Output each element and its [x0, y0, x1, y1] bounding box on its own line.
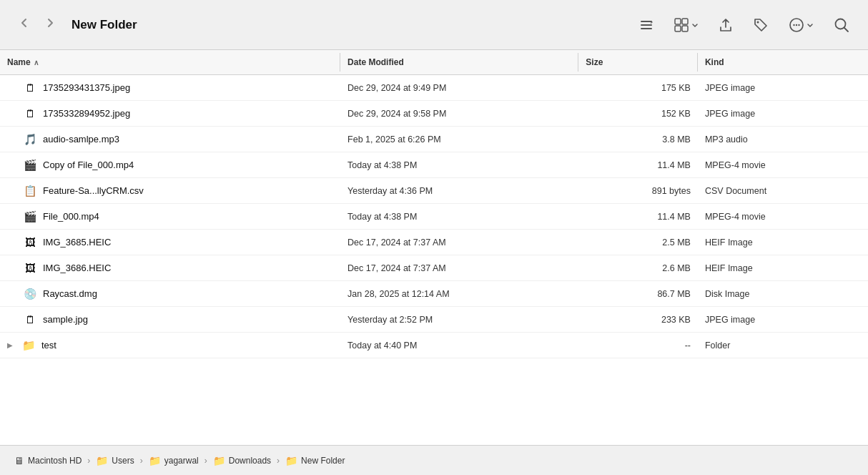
finder-body: Name ∧ Date Modified Size Kind 🗒17352934…: [0, 50, 868, 445]
breadcrumb-icon: 📁: [149, 455, 161, 466]
column-header-date[interactable]: Date Modified: [340, 53, 578, 72]
file-size-cell: 86.7 MB: [578, 285, 698, 303]
column-size-label: Size: [586, 57, 603, 67]
file-date-cell: Today at 4:38 PM: [340, 157, 578, 174]
file-name-cell: 🗒1735293431375.jpeg: [0, 77, 340, 99]
breadcrumb-separator: ›: [277, 456, 280, 466]
file-size-cell: 152 KB: [578, 105, 698, 122]
file-kind-cell: JPEG image: [698, 105, 868, 122]
file-name-text: sample.jpg: [43, 314, 88, 325]
svg-rect-3: [675, 19, 681, 24]
search-button[interactable]: [829, 14, 854, 36]
svg-rect-5: [675, 26, 681, 31]
file-size-cell: --: [578, 337, 698, 354]
file-type-icon: 💿: [23, 287, 37, 301]
file-name-cell: 💿Raycast.dmg: [0, 283, 340, 305]
file-kind-cell: CSV Document: [698, 182, 868, 200]
file-date-cell: Yesterday at 4:36 PM: [340, 182, 578, 200]
file-name-cell: ▶📁test: [0, 335, 340, 356]
table-row[interactable]: 🖼IMG_3685.HEICDec 17, 2024 at 7:37 AM2.5…: [0, 230, 868, 255]
share-button[interactable]: [714, 14, 737, 36]
column-name-label: Name: [7, 57, 31, 67]
file-type-icon: 🖼: [23, 235, 37, 250]
file-type-icon: 🎬: [23, 210, 37, 224]
file-name-text: 1735332894952.jpeg: [43, 108, 130, 119]
back-button[interactable]: [14, 14, 34, 35]
file-date-cell: Yesterday at 2:52 PM: [340, 311, 578, 328]
svg-rect-0: [641, 21, 652, 22]
file-name-text: IMG_3685.HEIC: [43, 237, 111, 248]
sort-arrow-name: ∧: [34, 59, 39, 67]
file-type-icon: 📁: [21, 338, 36, 353]
table-row[interactable]: 🗒sample.jpgYesterday at 2:52 PM233 KBJPE…: [0, 307, 868, 333]
expand-icon[interactable]: ▶: [7, 341, 13, 349]
column-header-name[interactable]: Name ∧: [0, 53, 340, 72]
file-date-cell: Jan 28, 2025 at 12:14 AM: [340, 285, 578, 303]
file-table-body: 🗒1735293431375.jpegDec 29, 2024 at 9:49 …: [0, 75, 868, 445]
table-row[interactable]: 🗒1735332894952.jpegDec 29, 2024 at 9:58 …: [0, 101, 868, 127]
file-kind-cell: HEIF Image: [698, 234, 868, 251]
column-header-kind[interactable]: Kind: [698, 53, 868, 72]
column-header-size[interactable]: Size: [578, 53, 698, 72]
file-size-cell: 11.4 MB: [578, 157, 698, 174]
svg-rect-4: [682, 19, 688, 24]
file-name-text: Feature-Sa...llyCRM.csv: [43, 185, 144, 196]
breadcrumb-separator: ›: [140, 456, 143, 466]
file-kind-cell: Disk Image: [698, 285, 868, 303]
file-name-text: 1735293431375.jpeg: [43, 82, 130, 93]
file-date-cell: Today at 4:38 PM: [340, 208, 578, 225]
file-name-cell: 🎬File_000.mp4: [0, 206, 340, 227]
breadcrumb-label: Macintosh HD: [28, 456, 82, 466]
breadcrumb-icon: 🖥: [14, 455, 24, 466]
table-row[interactable]: 🎵audio-samlpe.mp3Feb 1, 2025 at 6:26 PM3…: [0, 127, 868, 152]
table-row[interactable]: 🗒1735293431375.jpegDec 29, 2024 at 9:49 …: [0, 75, 868, 101]
file-kind-cell: MPEG-4 movie: [698, 157, 868, 174]
file-kind-cell: JPEG image: [698, 311, 868, 328]
table-row[interactable]: 🖼IMG_3686.HEICDec 17, 2024 at 7:37 AM2.6…: [0, 255, 868, 281]
file-name-text: audio-samlpe.mp3: [43, 134, 119, 145]
file-kind-cell: HEIF Image: [698, 260, 868, 277]
table-row[interactable]: 🎬Copy of File_000.mp4Today at 4:38 PM11.…: [0, 152, 868, 178]
file-name-cell: 🖼IMG_3686.HEIC: [0, 258, 340, 279]
breadcrumb-item[interactable]: 📁New Folder: [285, 455, 345, 466]
table-row[interactable]: 🎬File_000.mp4Today at 4:38 PM11.4 MBMPEG…: [0, 204, 868, 230]
file-name-cell: 🖼IMG_3685.HEIC: [0, 232, 340, 253]
grid-view-button[interactable]: [669, 14, 703, 36]
table-row[interactable]: 💿Raycast.dmgJan 28, 2025 at 12:14 AM86.7…: [0, 281, 868, 307]
breadcrumb-item[interactable]: 📁Downloads: [213, 455, 271, 466]
file-kind-cell: Folder: [698, 337, 868, 354]
breadcrumb-item[interactable]: 📁yagarwal: [149, 455, 199, 466]
file-list-panel: Name ∧ Date Modified Size Kind 🗒17352934…: [0, 50, 868, 445]
table-row[interactable]: 📋Feature-Sa...llyCRM.csvYesterday at 4:3…: [0, 178, 868, 204]
file-name-text: Raycast.dmg: [43, 288, 97, 299]
svg-point-10: [796, 24, 797, 25]
file-name-text: File_000.mp4: [43, 211, 99, 222]
file-size-cell: 2.5 MB: [578, 234, 698, 251]
forward-button[interactable]: [40, 14, 60, 35]
svg-point-9: [793, 24, 794, 25]
file-name-cell: 🎬Copy of File_000.mp4: [0, 155, 340, 176]
file-kind-cell: MPEG-4 movie: [698, 208, 868, 225]
more-button[interactable]: [784, 14, 818, 36]
file-name-cell: 🗒sample.jpg: [0, 309, 340, 330]
file-date-cell: Dec 17, 2024 at 7:37 AM: [340, 260, 578, 277]
breadcrumb-item[interactable]: 📁Users: [96, 455, 134, 466]
statusbar: 🖥Macintosh HD›📁Users›📁yagarwal›📁Download…: [0, 445, 868, 475]
breadcrumb-separator: ›: [87, 456, 90, 466]
list-view-button[interactable]: [635, 15, 658, 35]
window-title: New Folder: [71, 18, 137, 32]
file-size-cell: 175 KB: [578, 79, 698, 97]
breadcrumb-item[interactable]: 🖥Macintosh HD: [14, 455, 82, 466]
file-date-cell: Feb 1, 2025 at 6:26 PM: [340, 131, 578, 148]
table-header: Name ∧ Date Modified Size Kind: [0, 50, 868, 75]
file-name-text: test: [41, 340, 56, 351]
file-name-cell: 🎵audio-samlpe.mp3: [0, 129, 340, 150]
tag-button[interactable]: [749, 14, 773, 36]
file-size-cell: 233 KB: [578, 311, 698, 328]
table-row[interactable]: ▶📁testToday at 4:40 PM--Folder: [0, 333, 868, 358]
svg-point-11: [798, 24, 799, 25]
column-kind-label: Kind: [705, 57, 724, 67]
file-date-cell: Dec 29, 2024 at 9:58 PM: [340, 105, 578, 122]
file-size-cell: 11.4 MB: [578, 208, 698, 225]
file-size-cell: 2.6 MB: [578, 260, 698, 277]
